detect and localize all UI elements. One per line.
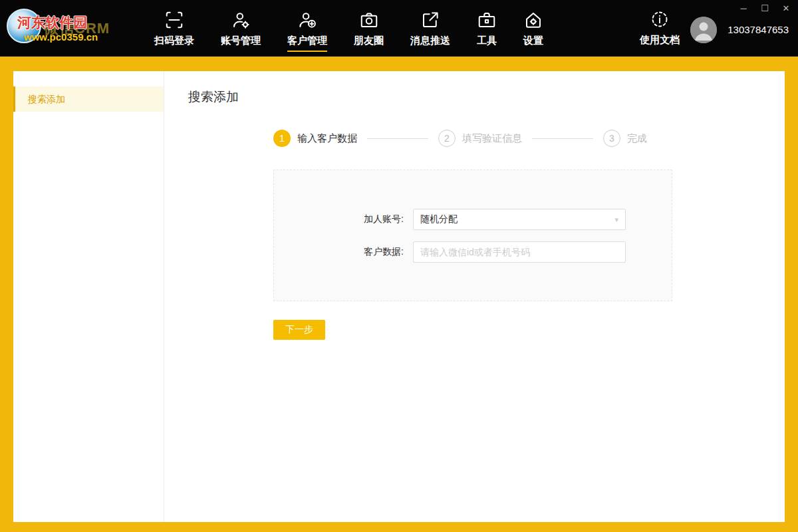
app-logo: 微信CRM 河东软件园 www.pc0359.cn <box>0 0 141 57</box>
docs-label: 使用文档 <box>640 34 680 47</box>
nav-item-message-push[interactable]: 消息推送 <box>397 10 464 57</box>
window-controls: ─ ☐ ✕ <box>738 3 791 14</box>
nav-item-tools[interactable]: 工具 <box>464 10 510 57</box>
close-button[interactable]: ✕ <box>781 3 791 14</box>
topbar: 微信CRM 河东软件园 www.pc0359.cn 扫码登录 <box>0 0 798 57</box>
nav-label: 账号管理 <box>221 35 261 52</box>
info-icon <box>650 10 669 29</box>
step-label: 填写验证信息 <box>462 132 522 145</box>
avatar[interactable] <box>690 17 717 43</box>
home-gear-icon <box>523 10 543 30</box>
customer-data-input[interactable] <box>413 241 626 263</box>
watermark-text: 河东软件园 <box>17 13 87 32</box>
sidebar-item-search-add[interactable]: 搜索添加 <box>13 86 164 112</box>
stepper: 1 输入客户数据 2 填写验证信息 3 完成 <box>273 130 785 147</box>
step-1-enter-customer-data: 1 输入客户数据 <box>273 130 357 147</box>
main-nav: 扫码登录 账号管理 <box>141 0 557 57</box>
nav-label: 设置 <box>523 35 543 52</box>
form-row-join-account: 加人账号: 随机分配 ▾ <box>349 209 672 230</box>
minimize-button[interactable]: ─ <box>738 3 749 14</box>
watermark-url: www.pc0359.cn <box>24 31 98 43</box>
step-number: 3 <box>603 130 620 147</box>
maximize-button[interactable]: ☐ <box>759 3 770 14</box>
docs-button[interactable]: 使用文档 <box>640 10 680 47</box>
nav-item-moments[interactable]: 朋友圈 <box>340 10 397 57</box>
page-background: 搜索添加 搜索添加 1 输入客户数据 2 填写验证信息 3 <box>0 57 798 532</box>
main-content: 搜索添加 1 输入客户数据 2 填写验证信息 3 完成 <box>164 71 785 522</box>
nav-label: 朋友圈 <box>354 35 384 52</box>
join-account-selected-value: 随机分配 <box>420 213 458 225</box>
nav-item-scan-login[interactable]: 扫码登录 <box>141 10 207 57</box>
search-add-form: 加人账号: 随机分配 ▾ 客户数据: <box>273 170 672 301</box>
sidebar: 搜索添加 <box>13 71 164 522</box>
nav-item-account-management[interactable]: 账号管理 <box>207 10 274 57</box>
step-label: 完成 <box>627 132 647 145</box>
content-panel: 搜索添加 搜索添加 1 输入客户数据 2 填写验证信息 3 <box>13 71 785 522</box>
join-account-select[interactable]: 随机分配 ▾ <box>413 209 626 230</box>
nav-item-settings[interactable]: 设置 <box>510 10 557 57</box>
nav-item-customer-management[interactable]: 客户管理 <box>274 10 340 57</box>
user-gear-icon <box>231 10 251 30</box>
form-row-customer-data: 客户数据: <box>349 241 672 263</box>
next-step-button[interactable]: 下一步 <box>273 320 325 340</box>
join-account-label: 加人账号: <box>349 213 404 225</box>
customer-data-label: 客户数据: <box>349 246 404 258</box>
step-connector <box>367 138 428 139</box>
step-label: 输入客户数据 <box>297 132 357 145</box>
nav-label: 客户管理 <box>287 35 327 52</box>
step-number: 1 <box>273 130 291 147</box>
account-phone-number: 13037847653 <box>728 24 789 35</box>
page-title: 搜索添加 <box>188 88 785 106</box>
user-plus-icon <box>297 10 317 30</box>
app-window: 微信CRM 河东软件园 www.pc0359.cn 扫码登录 <box>0 0 798 532</box>
nav-label: 扫码登录 <box>154 35 194 52</box>
nav-label: 消息推送 <box>410 35 450 52</box>
share-arrow-icon <box>420 10 440 30</box>
step-2-fill-verification: 2 填写验证信息 <box>438 130 522 147</box>
step-number: 2 <box>438 130 456 147</box>
step-connector <box>532 138 593 139</box>
nav-label: 工具 <box>477 35 497 52</box>
camera-icon <box>359 10 379 30</box>
chevron-down-icon: ▾ <box>614 215 618 224</box>
step-3-finish: 3 完成 <box>603 130 647 147</box>
qr-scan-icon <box>164 10 184 30</box>
toolbox-icon <box>477 10 497 30</box>
